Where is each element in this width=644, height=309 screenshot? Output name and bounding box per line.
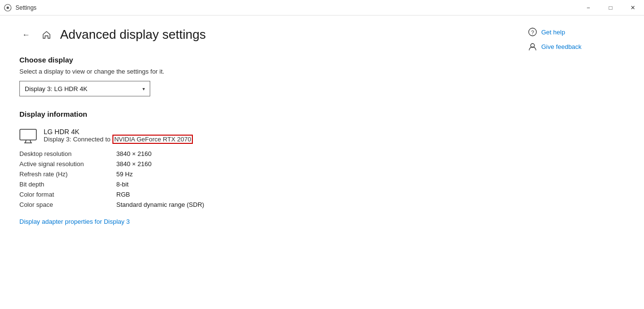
- bit-depth-label: Bit depth: [19, 181, 116, 188]
- active-signal-value: 3840 × 2160: [116, 160, 237, 168]
- page-header: ← Advanced display settings: [19, 27, 528, 42]
- connected-prefix: Display 3: Connected to: [44, 136, 110, 143]
- settings-app-icon: [4, 4, 12, 12]
- page-content: ← Advanced display settings Choose displ…: [0, 15, 644, 309]
- color-space-label: Color space: [19, 201, 116, 208]
- title-bar-title: Settings: [16, 4, 36, 11]
- gpu-name-highlighted: NVIDIA GeForce RTX 2070: [112, 135, 193, 144]
- monitor-icon: [19, 129, 37, 143]
- get-help-link[interactable]: Get help: [541, 29, 565, 36]
- display-info-title: Display information: [19, 110, 528, 118]
- give-feedback-item[interactable]: Give feedback: [528, 42, 625, 51]
- back-icon: ←: [22, 31, 30, 39]
- close-button[interactable]: ✕: [622, 0, 644, 15]
- home-icon: [42, 30, 51, 40]
- back-button[interactable]: ←: [19, 28, 33, 42]
- monitor-details: LG HDR 4K Display 3: Connected to NVIDIA…: [44, 128, 193, 143]
- right-panel: ? Get help Give feedback: [528, 27, 625, 297]
- title-bar-controls: − □ ✕: [577, 0, 644, 15]
- svg-line-4: [30, 140, 31, 143]
- minimize-button[interactable]: −: [577, 0, 599, 15]
- desktop-resolution-label: Desktop resolution: [19, 150, 116, 157]
- get-help-icon: ?: [528, 27, 537, 37]
- refresh-rate-value: 59 Hz: [116, 170, 237, 178]
- svg-point-1: [7, 6, 9, 9]
- bit-depth-value: 8-bit: [116, 181, 237, 188]
- color-format-value: RGB: [116, 191, 237, 198]
- display-info-table: Desktop resolution 3840 × 2160 Active si…: [19, 150, 528, 208]
- title-bar: Settings − □ ✕: [0, 0, 644, 15]
- give-feedback-link[interactable]: Give feedback: [541, 43, 581, 50]
- maximize-button[interactable]: □: [599, 0, 622, 15]
- choose-display-title: Choose display: [19, 56, 528, 64]
- color-format-label: Color format: [19, 191, 116, 198]
- main-area: ← Advanced display settings Choose displ…: [19, 27, 528, 297]
- color-space-value: Standard dynamic range (SDR): [116, 201, 237, 208]
- title-bar-left: Settings: [4, 4, 36, 12]
- adapter-properties-link[interactable]: Display adapter properties for Display 3: [19, 218, 130, 225]
- chevron-down-icon: ▾: [142, 86, 145, 92]
- svg-text:?: ?: [531, 30, 534, 35]
- page-title: Advanced display settings: [60, 27, 206, 42]
- refresh-rate-label: Refresh rate (Hz): [19, 170, 116, 178]
- choose-display-section: Choose display Select a display to view …: [19, 56, 528, 96]
- give-feedback-icon: [528, 42, 537, 51]
- dropdown-value: Display 3: LG HDR 4K: [25, 85, 87, 93]
- display-info-section: Display information LG HDR 4K Display 3:…: [19, 110, 528, 226]
- desktop-resolution-value: 3840 × 2160: [116, 150, 237, 157]
- home-button[interactable]: [41, 29, 52, 41]
- get-help-item[interactable]: ? Get help: [528, 27, 625, 37]
- choose-display-subtitle: Select a display to view or change the s…: [19, 68, 528, 75]
- svg-line-3: [25, 140, 26, 143]
- monitor-row: LG HDR 4K Display 3: Connected to NVIDIA…: [19, 128, 528, 143]
- monitor-connected-text: Display 3: Connected to NVIDIA GeForce R…: [44, 136, 193, 143]
- svg-rect-2: [20, 129, 36, 140]
- active-signal-label: Active signal resolution: [19, 160, 116, 168]
- display-dropdown[interactable]: Display 3: LG HDR 4K ▾: [19, 81, 150, 96]
